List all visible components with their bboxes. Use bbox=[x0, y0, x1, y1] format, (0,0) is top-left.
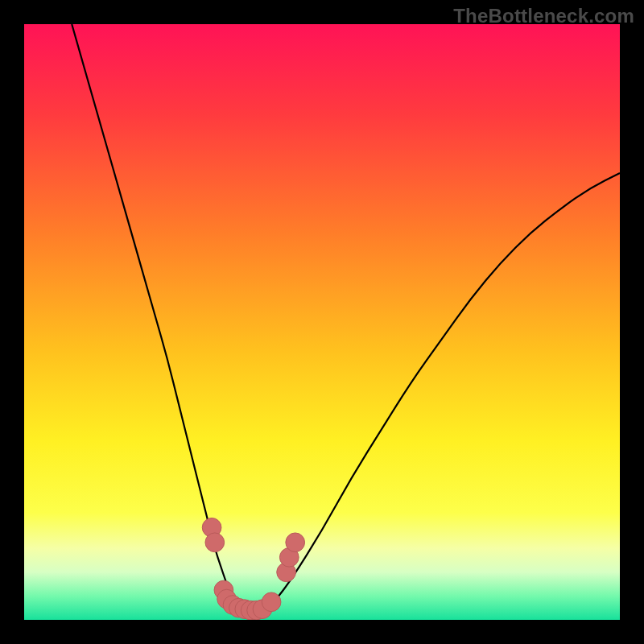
marker-point bbox=[262, 592, 281, 612]
bottleneck-chart bbox=[24, 24, 620, 620]
chart-frame: TheBottleneck.com bbox=[0, 0, 644, 644]
marker-point bbox=[205, 533, 225, 552]
plot-area bbox=[24, 24, 620, 620]
marker-point bbox=[286, 533, 305, 552]
